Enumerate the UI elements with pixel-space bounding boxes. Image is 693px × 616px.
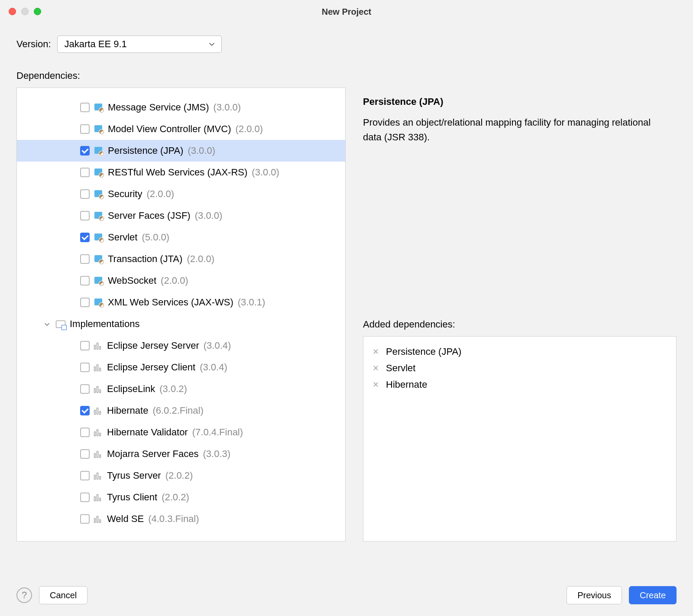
checkbox[interactable] — [80, 168, 90, 177]
impl-item[interactable]: Eclipse Jersey Server (3.0.4) — [17, 335, 345, 357]
checkbox[interactable] — [80, 124, 90, 134]
remove-icon[interactable]: ✕ — [372, 347, 379, 357]
checkbox[interactable] — [80, 276, 90, 285]
added-dependencies-list: ✕Persistence (JPA)✕Servlet✕Hibernate — [363, 336, 677, 541]
checkbox[interactable] — [80, 406, 90, 415]
group-label: Implementations — [70, 318, 139, 330]
impl-item[interactable]: Tyrus Client (2.0.2) — [17, 486, 345, 508]
impl-version: (6.0.2.Final) — [152, 405, 203, 416]
impl-item[interactable]: Hibernate (6.0.2.Final) — [17, 400, 345, 421]
impl-version: (4.0.3.Final) — [148, 513, 199, 525]
impl-version: (3.0.2) — [159, 383, 187, 395]
spec-name: Security — [108, 188, 142, 200]
added-dependency-item: ✕Persistence (JPA) — [372, 344, 667, 360]
spec-version: (2.0.0) — [235, 123, 263, 135]
spec-version: (3.0.1) — [238, 297, 266, 308]
impl-version: (2.0.2) — [162, 492, 189, 503]
checkbox[interactable] — [80, 384, 90, 394]
tree-group-implementations[interactable]: Implementations — [17, 313, 345, 335]
remove-icon[interactable]: ✕ — [372, 363, 379, 373]
library-icon — [94, 211, 104, 220]
library-icon — [94, 124, 104, 134]
spec-item[interactable]: Server Faces (JSF) (3.0.0) — [17, 205, 345, 227]
help-button[interactable]: ? — [16, 587, 32, 603]
implementation-icon — [94, 515, 103, 523]
cancel-button[interactable]: Cancel — [39, 586, 87, 604]
added-dependency-item: ✕Hibernate — [372, 376, 667, 393]
spec-item[interactable]: Model View Controller (MVC) (2.0.0) — [17, 118, 345, 140]
spec-item[interactable]: Servlet (5.0.0) — [17, 227, 345, 248]
impl-name: Weld SE — [107, 513, 144, 525]
impl-name: EclipseLink — [107, 383, 155, 395]
new-project-dialog: New Project Version: Jakarta EE 9.1 Depe… — [0, 0, 693, 616]
checkbox[interactable] — [80, 103, 90, 112]
spec-item[interactable]: Security (2.0.0) — [17, 183, 345, 205]
checkbox[interactable] — [80, 471, 90, 480]
spec-item[interactable]: WebSocket (2.0.0) — [17, 270, 345, 292]
spec-item[interactable]: Message Service (JMS) (3.0.0) — [17, 97, 345, 118]
impl-item[interactable]: Tyrus Server (2.0.2) — [17, 465, 345, 486]
checkbox[interactable] — [80, 449, 90, 459]
added-dependency-name: Hibernate — [386, 379, 427, 390]
added-dependency-name: Persistence (JPA) — [386, 346, 461, 357]
impl-version: (7.0.4.Final) — [192, 427, 243, 438]
spec-name: Servlet — [108, 232, 137, 243]
checkbox[interactable] — [80, 189, 90, 199]
impl-item[interactable]: Hibernate Validator (7.0.4.Final) — [17, 421, 345, 443]
checkbox[interactable] — [80, 233, 90, 242]
panels: Message Service (JMS) (3.0.0)Model View … — [16, 88, 677, 541]
library-icon — [94, 276, 104, 285]
checkbox[interactable] — [80, 514, 90, 524]
library-icon — [94, 254, 104, 264]
implementation-icon — [94, 450, 103, 458]
checkbox[interactable] — [80, 428, 90, 437]
spec-item[interactable]: RESTful Web Services (JAX-RS) (3.0.0) — [17, 162, 345, 183]
version-label: Version: — [16, 39, 51, 50]
version-select[interactable]: Jakarta EE 9.1 — [57, 36, 222, 53]
added-dependency-name: Servlet — [386, 363, 415, 374]
library-icon — [94, 103, 104, 112]
spec-name: Transaction (JTA) — [108, 253, 182, 265]
impl-item[interactable]: Eclipse Jersey Client (3.0.4) — [17, 357, 345, 378]
impl-name: Tyrus Server — [107, 470, 161, 481]
impl-name: Hibernate Validator — [107, 427, 188, 438]
spec-name: Model View Controller (MVC) — [108, 123, 231, 135]
implementation-icon — [94, 385, 103, 393]
spec-version: (3.0.0) — [188, 145, 215, 156]
spec-name: Persistence (JPA) — [108, 145, 183, 156]
implementation-icon — [94, 407, 103, 415]
titlebar: New Project — [0, 0, 693, 23]
library-icon — [94, 298, 104, 307]
previous-button[interactable]: Previous — [567, 586, 622, 604]
spec-item[interactable]: Transaction (JTA) (2.0.0) — [17, 248, 345, 270]
chevron-down-icon — [209, 41, 214, 48]
added-dependencies-label: Added dependencies: — [363, 319, 677, 330]
impl-name: Eclipse Jersey Client — [107, 362, 195, 373]
dialog-content: Version: Jakarta EE 9.1 Dependencies: Me… — [0, 23, 693, 541]
library-icon — [94, 233, 104, 242]
remove-icon[interactable]: ✕ — [372, 380, 379, 389]
spec-version: (2.0.0) — [161, 275, 188, 286]
implementation-icon — [94, 428, 103, 436]
spec-item[interactable]: XML Web Services (JAX-WS) (3.0.1) — [17, 292, 345, 313]
spec-version: (3.0.0) — [195, 210, 223, 221]
library-icon — [94, 146, 104, 156]
checkbox[interactable] — [80, 341, 90, 350]
impl-item[interactable]: EclipseLink (3.0.2) — [17, 378, 345, 400]
checkbox[interactable] — [80, 298, 90, 307]
folder-icon — [56, 320, 65, 328]
checkbox[interactable] — [80, 363, 90, 372]
impl-item[interactable]: Weld SE (4.0.3.Final) — [17, 508, 345, 530]
dependencies-tree[interactable]: Message Service (JMS) (3.0.0)Model View … — [16, 88, 346, 541]
create-button[interactable]: Create — [629, 586, 677, 604]
spec-item[interactable]: Persistence (JPA) (3.0.0) — [17, 140, 345, 162]
impl-name: Eclipse Jersey Server — [107, 340, 199, 351]
detail-panel: Persistence (JPA) Provides an object/rel… — [363, 88, 677, 541]
impl-item[interactable]: Mojarra Server Faces (3.0.3) — [17, 443, 345, 465]
checkbox[interactable] — [80, 146, 90, 156]
added-dependency-item: ✕Servlet — [372, 360, 667, 376]
checkbox[interactable] — [80, 493, 90, 502]
checkbox[interactable] — [80, 211, 90, 220]
spec-version: (5.0.0) — [142, 232, 169, 243]
checkbox[interactable] — [80, 254, 90, 264]
